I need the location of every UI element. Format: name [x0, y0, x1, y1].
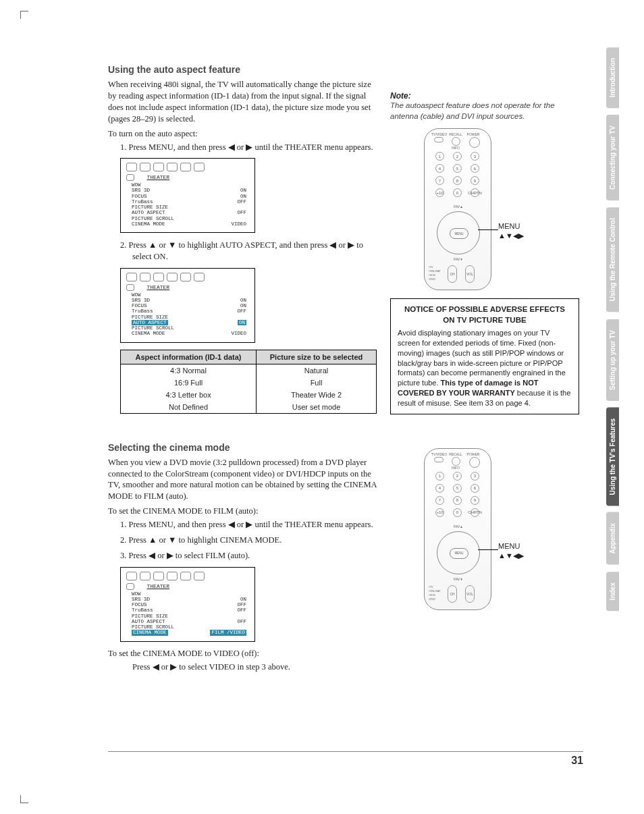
footer-rule: [108, 751, 583, 752]
remote-num-button: 5: [453, 484, 462, 493]
osd-row: CINEMA MODEVIDEO: [126, 221, 249, 227]
remote-label: FAV▼: [452, 577, 465, 581]
remote-mode-label: •TV: [429, 265, 445, 269]
remote-num-button: 7: [435, 496, 444, 505]
osd-row: TruBassOFF: [126, 607, 249, 613]
osd-row: PICTURE SCROLL: [126, 216, 249, 221]
remote-num-button: 8: [453, 496, 462, 505]
tab-index: Index: [606, 572, 619, 611]
remote-nav-ring: MENU: [437, 211, 480, 254]
step: 3. Press ◀ or ▶ to select FILM (auto).: [120, 550, 378, 562]
remote-num-button: +10: [435, 508, 444, 517]
remote-num-button: +10: [435, 188, 444, 197]
osd-row: AUTO ASPECTOFF: [126, 619, 249, 624]
remote-num-button: 6: [471, 164, 479, 173]
step: 1. Press MENU, and then press ◀ or ▶ unt…: [120, 519, 378, 531]
remote-label: INFO: [449, 466, 462, 470]
table-cell: Full: [257, 377, 377, 389]
remote-mode-label: •DVD: [429, 277, 445, 281]
remote-rocker: VOL: [465, 585, 475, 603]
table-header: Aspect information (ID-1 data): [121, 350, 257, 364]
table-cell: 4:3 Letter box: [121, 389, 257, 401]
remote-num-button: 1: [435, 152, 444, 161]
osd-row: SRS 3DON: [126, 298, 249, 303]
side-tabs: Introduction Connecting your TV Using th…: [606, 47, 644, 618]
remote-num-button: 1: [435, 472, 444, 481]
osd-row: PICTURE SIZE: [126, 614, 249, 619]
remote-num-button: 8: [453, 176, 462, 185]
remote-menu-button: MENU: [450, 548, 468, 559]
remote-mode-label: •TV: [429, 585, 445, 589]
remote-num-button: 3: [471, 152, 479, 161]
osd-row: FOCUSOFF: [126, 602, 249, 607]
remote-num-button: 4: [435, 164, 444, 173]
osd-row: TruBassOFF: [126, 308, 249, 314]
remote-num-button: 0: [453, 508, 462, 517]
remote-rocker: VOL: [465, 265, 475, 283]
remote-num-button: 2: [453, 472, 462, 481]
remote-num-button: 0: [453, 188, 462, 197]
remote-num-button: CHRTN: [471, 188, 479, 197]
remote-num-button: 9: [471, 176, 479, 185]
body-text: When receiving 480i signal, the TV will …: [108, 79, 378, 125]
body-text: Press ◀ or ▶ to select VIDEO in step 3 a…: [108, 661, 378, 673]
osd-row: CINEMA MODEVIDEO: [126, 331, 249, 336]
remote-rocker: CH: [448, 265, 457, 283]
remote-button: [469, 137, 480, 148]
remote-button: [434, 137, 444, 142]
remote-num-button: 3: [471, 472, 479, 481]
notice-title: NOTICE OF POSSIBLE ADVERSE EFFECTS ON TV…: [398, 304, 572, 325]
osd-row: AUTO ASPECTOFF: [126, 210, 249, 215]
osd-row: CINEMA MODEFILM /VIDEO: [126, 630, 249, 635]
remote-num-button: 7: [435, 176, 444, 185]
table-cell: User set mode: [257, 401, 377, 414]
remote-menu-button: MENU: [450, 228, 468, 239]
osd-row: PICTURE SIZE: [126, 205, 249, 210]
table-cell: 4:3 Normal: [121, 364, 257, 377]
osd-row: SRS 3DON: [126, 597, 249, 602]
table-row: 16:9 FullFull: [121, 377, 377, 389]
remote-label: POWER: [466, 132, 480, 136]
remote-nav-ring: MENU: [437, 531, 480, 574]
remote-num-button: 9: [471, 496, 479, 505]
remote-mode-label: •VCR: [429, 273, 445, 277]
remote-label: FAV▼: [452, 257, 465, 261]
remote-button: [452, 137, 460, 146]
remote-button: [452, 457, 460, 466]
osd-icon-row: [126, 163, 249, 171]
osd-row: AUTO ASPECTON: [126, 320, 249, 325]
remote-button: [469, 457, 480, 468]
osd-screenshot: THEATER WOW SRS 3DON FOCUSON TruBassOFFP…: [120, 268, 255, 343]
osd-row: PICTURE SIZE: [126, 315, 249, 320]
osd-row: SRS 3DON: [126, 188, 249, 193]
table-header: Picture size to be selected: [257, 350, 377, 364]
body-text: To turn on the auto aspect:: [108, 129, 378, 139]
tab-connecting: Connecting your TV: [606, 115, 619, 200]
osd-row: PICTURE SCROLL: [126, 325, 249, 331]
body-text: To set the CINEMA MODE to FILM (auto):: [108, 506, 378, 516]
osd-row: FOCUSON: [126, 194, 249, 199]
remote-label: TV/VIDEO: [431, 452, 445, 456]
remote-label: POWER: [466, 452, 480, 456]
osd-screenshot: THEATER WOW SRS 3DON FOCUSOFF TruBassOFF…: [120, 567, 255, 642]
remote-label: FAV▲: [452, 205, 465, 209]
tab-features: Using the TV's Features: [606, 408, 619, 506]
osd-row: WOW: [126, 292, 249, 298]
remote-rocker: CH: [448, 585, 457, 603]
remote-mode-label: •DVD: [429, 597, 445, 601]
aspect-table: Aspect information (ID-1 data) Picture s…: [120, 350, 377, 414]
remote-mode-label: •VCR: [429, 593, 445, 597]
note-text: The autoaspect feature does not operate …: [390, 101, 579, 121]
callout-menu: MENU: [498, 542, 520, 550]
body-text: When you view a DVD movie (3:2 pulldown …: [108, 457, 378, 503]
body-text: To set the CINEMA MODE to VIDEO (off):: [108, 649, 378, 659]
table-row: 4:3 Letter boxTheater Wide 2: [121, 389, 377, 401]
osd-row: TruBassOFF: [126, 199, 249, 205]
remote-mode-label: •CBL/SAT: [429, 589, 445, 593]
tab-introduction: Introduction: [606, 47, 619, 108]
remote-num-button: 6: [471, 484, 479, 493]
tab-appendix: Appendix: [606, 512, 619, 565]
step: 2. Press ▲ or ▼ to highlight AUTO ASPECT…: [120, 240, 378, 263]
table-cell: Natural: [257, 364, 377, 377]
osd-title: THEATER: [147, 175, 170, 181]
